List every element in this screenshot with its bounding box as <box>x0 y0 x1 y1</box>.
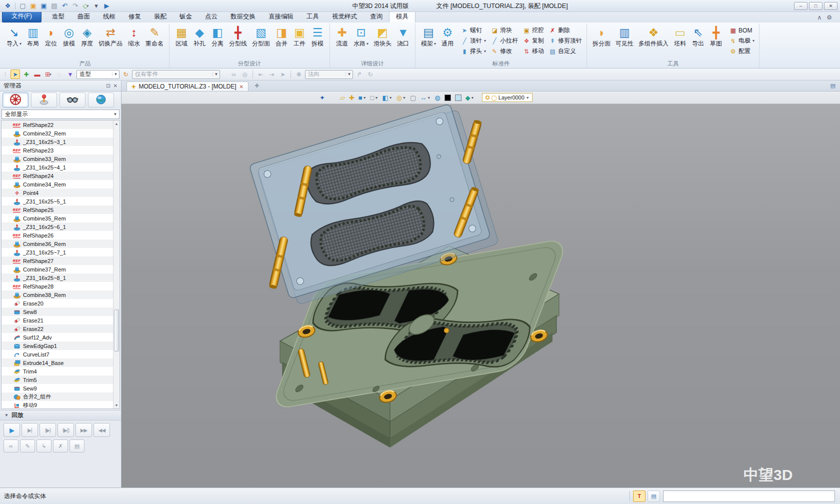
menu-tab-surface[interactable]: 曲面 <box>71 12 96 22</box>
visibility-button[interactable]: ▥可见性 <box>614 24 636 48</box>
patch-hole-button[interactable]: ◆补孔 <box>191 24 208 48</box>
bom-button[interactable]: ▦BOM <box>728 25 756 36</box>
scroll-up-icon[interactable]: ▲ <box>114 120 120 127</box>
menu-tab-inquire[interactable]: 查询 <box>364 12 389 22</box>
resync-icon[interactable]: ↻ <box>121 70 130 79</box>
wireframe-display-icon[interactable]: □▼ <box>370 94 378 102</box>
tab-list-icon[interactable]: ▤ <box>826 80 840 91</box>
tree-item[interactable]: REFRefShape24 <box>2 172 120 180</box>
scrollbar-thumb[interactable] <box>114 310 119 352</box>
general-button[interactable]: ⚙通用 <box>439 24 456 48</box>
feature-list-button[interactable]: ▤ <box>70 440 84 452</box>
sketch-button[interactable]: ╋草图 <box>708 24 724 48</box>
menu-tab-data-exchange[interactable]: 数据交换 <box>224 12 262 22</box>
menu-tab-repair[interactable]: 修复 <box>122 12 148 22</box>
tree-item[interactable]: _Z31_16x25~6_1 <box>2 222 120 231</box>
electrode-button[interactable]: ↯电极▾ <box>728 36 756 46</box>
close-tab-icon[interactable]: ✕ <box>240 84 244 90</box>
split-mold-button[interactable]: ☰拆模 <box>309 24 326 48</box>
menu-tab-point-cloud[interactable]: 点云 <box>198 12 224 22</box>
tree-scrollbar[interactable]: ▲ ▼ <box>113 120 120 408</box>
support-pillar-button[interactable]: ▮撑头▾ <box>460 46 487 56</box>
rename-button[interactable]: ✎重命名 <box>144 24 166 48</box>
settings-gear-icon[interactable]: ⚙ <box>826 14 832 21</box>
blank-eraser-icon[interactable]: ▱ <box>340 94 345 102</box>
render-mode-icon[interactable]: ◆▼ <box>466 94 474 102</box>
export-button[interactable]: ⇖导出 <box>690 24 706 48</box>
goto-feature-button[interactable]: ↳ <box>36 440 52 452</box>
tree-item[interactable]: Combine37_Rem <box>2 265 120 274</box>
tree-item[interactable]: _Z31_16x25~8_1 <box>2 274 120 282</box>
tree-item[interactable]: REFRefShape23 <box>2 146 120 154</box>
view-manager-tab[interactable] <box>88 92 114 108</box>
tree-item[interactable]: SewEdgGap1 <box>2 342 120 350</box>
play-macro-icon[interactable]: ▶ <box>102 1 112 10</box>
delete-button[interactable]: ✗删除 <box>548 25 583 36</box>
tree-item[interactable]: Trim4 <box>2 367 120 376</box>
split-face-button[interactable]: ◗拆分面 <box>590 24 612 48</box>
trim-ejector-button[interactable]: ⇞修剪顶针 <box>548 36 583 46</box>
minimize-button[interactable]: – <box>794 2 808 10</box>
tree-item[interactable]: Combine34_Rem <box>2 180 120 188</box>
tree-item[interactable]: Extrude14_Base <box>2 358 120 367</box>
undo-icon[interactable]: ↶ <box>60 1 70 10</box>
save-file-icon[interactable]: ▣ <box>38 1 49 10</box>
visual-manager-tab[interactable] <box>60 92 86 108</box>
layout-button[interactable]: ▥布局 <box>24 24 42 48</box>
playback-header[interactable]: ▼ 回放 <box>0 410 121 420</box>
part-only-combobox[interactable]: 仅有零件▼ <box>132 70 220 79</box>
runner-button[interactable]: ✚流道 <box>334 24 350 48</box>
modify-button[interactable]: ✎修改 <box>490 46 519 56</box>
tree-item[interactable]: REFRefShape22 <box>2 120 120 129</box>
menu-tab-wireframe[interactable]: 线框 <box>96 12 122 22</box>
menu-tab-mold[interactable]: 模具 <box>389 11 416 22</box>
scroll-down-icon[interactable]: ▼ <box>114 402 120 408</box>
play-button[interactable]: ▶ <box>4 423 20 437</box>
region-button[interactable]: ▦区域 <box>173 24 190 48</box>
redo-icon[interactable]: ↷ <box>70 1 80 10</box>
new-tab-button[interactable]: ✚ <box>254 82 259 91</box>
slider-button[interactable]: ◪滑块 <box>490 25 519 36</box>
tree-item[interactable]: Surf12_Adv <box>2 333 120 342</box>
history-manager-tab[interactable] <box>2 92 28 108</box>
menu-tab-sheet-metal[interactable]: 钣金 <box>173 12 198 22</box>
screw-button[interactable]: ➤螺钉 <box>460 25 487 36</box>
filter-funnel-icon[interactable]: ▼ <box>66 70 75 79</box>
tree-item[interactable]: REFRefShape25 <box>2 206 120 214</box>
csys-axis-icon[interactable]: ✚ <box>349 94 354 102</box>
document-tab[interactable]: ✚ MODELO_TUTORIAL.Z3 - [MOLDE] ✕ <box>126 82 248 91</box>
tree-item[interactable]: Combine32_Rem <box>2 129 120 138</box>
tree-filter-combobox[interactable]: 全部显示 ▼ <box>2 110 120 119</box>
zoom-window-icon[interactable]: ▢ <box>410 94 416 102</box>
pocket-button[interactable]: ▣挖腔 <box>522 25 545 36</box>
tree-item[interactable]: Combine36_Rem <box>2 240 120 248</box>
menu-tab-file[interactable]: 文件(F) <box>2 10 42 22</box>
menu-tab-shape[interactable]: 造型 <box>46 12 71 22</box>
toolbar-grip[interactable]: ⋮ <box>2 71 8 78</box>
window-pick-icon[interactable]: ⊞▾ <box>44 70 53 79</box>
toolbar-options-icon[interactable]: ▾ <box>91 1 102 10</box>
puller-button[interactable]: ╱小拉杆 <box>490 36 519 46</box>
draft-button[interactable]: ◎拔模 <box>60 24 78 48</box>
tree-item[interactable]: Combine35_Rem <box>2 214 120 222</box>
regen-icon[interactable]: ◇▾ <box>80 1 91 10</box>
normal-direction-combobox[interactable]: 法向▼ <box>305 70 353 79</box>
tree-item[interactable]: _Z31_16x25~3_1 <box>2 138 120 146</box>
close-button[interactable]: ✕ <box>824 2 838 10</box>
tree-item[interactable]: REFRefShape26 <box>2 231 120 240</box>
prompt-input-toggle[interactable]: T <box>633 490 646 502</box>
tree-item[interactable]: Point4 <box>2 188 120 197</box>
pick-remove-icon[interactable]: ▬ <box>32 70 42 79</box>
config-button[interactable]: ⚙配置 <box>728 46 756 56</box>
collapse-ribbon-icon[interactable]: ∧ <box>817 14 822 21</box>
import-button[interactable]: ↘导入▾ <box>4 24 24 48</box>
command-window-button[interactable]: ▤ <box>648 490 660 502</box>
tree-item[interactable]: 移动9 <box>2 401 120 409</box>
position-button[interactable]: ◗定位 <box>42 24 60 48</box>
tree-item[interactable]: Erase21 <box>2 316 120 324</box>
app-logo-icon[interactable]: ❖ <box>2 1 13 10</box>
tree-item[interactable]: Erase22 <box>2 324 120 333</box>
menu-tab-direct-edit[interactable]: 直接编辑 <box>262 12 300 22</box>
pin-panel-icon[interactable]: ⊡ <box>106 83 110 88</box>
pick-arrow-icon[interactable]: ➤ <box>10 70 20 79</box>
